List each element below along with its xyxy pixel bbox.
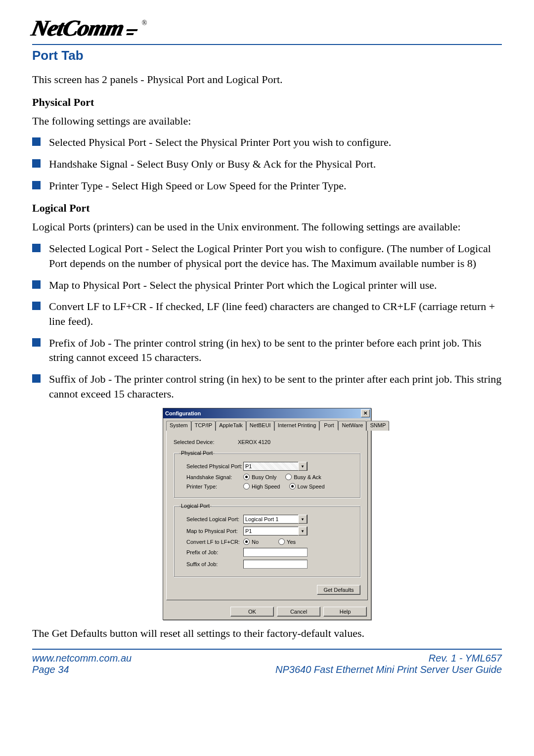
selected-device-value: XEROX 4120 — [238, 439, 270, 445]
brand-logo: NetComm ® — [32, 15, 502, 41]
help-button[interactable]: Help — [323, 607, 367, 617]
list-item: Prefix of Job - The printer control stri… — [32, 336, 502, 365]
chevron-down-icon: ▼ — [298, 527, 307, 535]
page-title: Port Tab — [32, 48, 502, 63]
chevron-down-icon: ▼ — [298, 462, 307, 471]
printer-type-low-radio[interactable]: Low Speed — [289, 483, 325, 489]
tab-internet-printing[interactable]: Internet Printing — [274, 421, 320, 431]
list-item: Selected Logical Port - Select the Logic… — [32, 241, 502, 270]
footer-row-1: www.netcomm.com.au Rev. 1 - YML657 — [32, 653, 502, 664]
logical-port-group: Logical Port Selected Logical Port: Logi… — [174, 503, 360, 577]
ok-button[interactable]: OK — [230, 607, 274, 617]
radio-icon — [278, 538, 285, 545]
suffix-input[interactable] — [243, 560, 308, 569]
tab-content: Selected Device: XEROX 4120 Physical Por… — [166, 430, 368, 600]
logo-dashes — [127, 29, 137, 35]
get-defaults-button[interactable]: Get Defaults — [317, 585, 360, 595]
radio-label: Busy Only — [252, 474, 276, 480]
physical-heading: Physical Port — [32, 96, 502, 109]
logical-port-legend: Logical Port — [179, 503, 212, 509]
suffix-label: Suffix of Job: — [186, 561, 243, 567]
footer-url: www.netcomm.com.au — [32, 653, 132, 664]
handshake-busy-ack-radio[interactable]: Busy & Ack — [285, 474, 321, 480]
radio-label: No — [252, 539, 259, 545]
list-item: Printer Type - Select High Speed or Low … — [32, 178, 502, 193]
prefix-label: Prefix of Job: — [186, 549, 243, 555]
logo-text: NetComm — [29, 15, 126, 41]
configuration-dialog: Configuration ✕ System TCP/IP AppleTalk … — [163, 408, 371, 620]
radio-label: Busy & Ack — [294, 474, 321, 480]
tab-netware[interactable]: NetWare — [338, 421, 366, 431]
convert-lf-label: Convert LF to LF+CR: — [186, 539, 243, 545]
map-to-physical-value: P1 — [245, 528, 252, 534]
printer-type-label: Printer Type: — [186, 484, 243, 489]
prefix-input[interactable] — [243, 548, 308, 557]
tab-strip: System TCP/IP AppleTalk NetBEUI Internet… — [163, 418, 371, 430]
logical-heading: Logical Port — [32, 202, 502, 215]
physical-port-group: Physical Port Selected Physical Port: P1… — [174, 450, 360, 498]
radio-icon — [243, 483, 250, 489]
radio-icon — [285, 474, 292, 480]
selected-logical-port-value: Logical Port 1 — [245, 516, 278, 522]
chevron-down-icon: ▼ — [298, 515, 307, 524]
list-item: Selected Physical Port - Select the Phys… — [32, 135, 502, 150]
handshake-busy-only-radio[interactable]: Busy Only — [243, 474, 276, 480]
dialog-button-row: OK Cancel Help — [163, 604, 371, 620]
map-to-physical-label: Map to Physical Port: — [186, 528, 243, 534]
cancel-button[interactable]: Cancel — [277, 607, 320, 617]
list-item: Convert LF to LF+CR - If checked, LF (li… — [32, 299, 502, 328]
footer-rev: Rev. 1 - YML657 — [429, 653, 502, 664]
selected-logical-port-select[interactable]: Logical Port 1 ▼ — [243, 515, 308, 524]
footer-row-2: Page 34 NP3640 Fast Ethernet Mini Print … — [32, 664, 502, 675]
footer-page: Page 34 — [32, 664, 69, 675]
outro-text: The Get Defaults button will reset all s… — [32, 626, 502, 641]
selected-device-label: Selected Device: — [174, 439, 238, 445]
selected-logical-port-label: Selected Logical Port: — [186, 516, 243, 522]
convert-yes-radio[interactable]: Yes — [278, 538, 296, 545]
intro-text: This screen has 2 panels - Physical Port… — [32, 72, 502, 87]
handshake-label: Handshake Signal: — [186, 474, 243, 480]
radio-icon — [243, 474, 250, 480]
dialog-title: Configuration — [165, 410, 201, 416]
map-to-physical-select[interactable]: P1 ▼ — [243, 527, 308, 535]
selected-physical-port-select[interactable]: P1 ▼ — [243, 462, 308, 471]
list-item: Suffix of Job - The printer control stri… — [32, 372, 502, 401]
tab-system[interactable]: System — [166, 421, 191, 431]
radio-icon — [243, 538, 250, 545]
footer-rule — [32, 649, 502, 650]
logical-lead: Logical Ports (printers) can be used in … — [32, 220, 502, 234]
header-rule — [32, 44, 502, 45]
physical-list: Selected Physical Port - Select the Phys… — [32, 135, 502, 193]
tab-netbeui[interactable]: NetBEUI — [246, 421, 274, 431]
tab-snmp[interactable]: SNMP — [366, 421, 389, 431]
close-icon[interactable]: ✕ — [361, 409, 370, 417]
dialog-titlebar: Configuration ✕ — [163, 408, 371, 418]
radio-label: Yes — [287, 539, 296, 545]
list-item: Map to Physical Port - Select the physic… — [32, 278, 502, 293]
physical-lead: The following settings are available: — [32, 114, 502, 129]
printer-type-high-radio[interactable]: High Speed — [243, 483, 280, 489]
radio-label: High Speed — [252, 484, 280, 489]
footer-guide: NP3640 Fast Ethernet Mini Print Server U… — [275, 664, 502, 675]
tab-appletalk[interactable]: AppleTalk — [216, 421, 246, 431]
convert-no-radio[interactable]: No — [243, 538, 259, 545]
selected-physical-port-label: Selected Physical Port: — [186, 463, 243, 469]
tab-tcpip[interactable]: TCP/IP — [191, 421, 216, 431]
list-item: Handshake Signal - Select Busy Only or B… — [32, 157, 502, 172]
registered-mark: ® — [142, 19, 147, 27]
physical-port-legend: Physical Port — [179, 450, 215, 456]
radio-icon — [289, 483, 296, 489]
radio-label: Low Speed — [298, 484, 325, 489]
tab-port[interactable]: Port — [319, 420, 338, 430]
selected-physical-port-value: P1 — [245, 463, 252, 469]
logical-list: Selected Logical Port - Select the Logic… — [32, 241, 502, 401]
